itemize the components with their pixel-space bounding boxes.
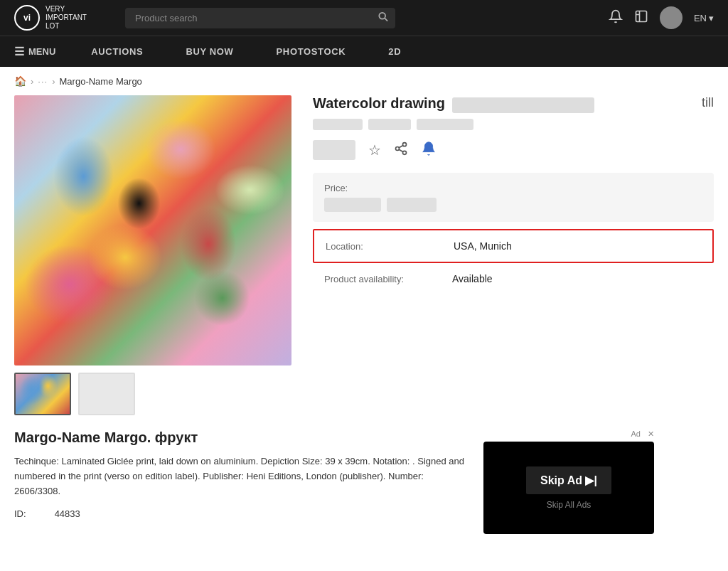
notification-icon[interactable]	[609, 9, 623, 27]
blur-meta-1	[313, 119, 363, 130]
logo-text: VERYIMPORTANTLOT	[46, 5, 87, 31]
svg-point-0	[379, 13, 385, 19]
menu-bar: ☰ MENU AUCTIONS BUY NOW PHOTOSTOCK 2D	[0, 36, 728, 67]
location-label: Location:	[326, 241, 454, 252]
svg-line-6	[399, 149, 403, 151]
language-selector[interactable]: EN ▾	[694, 13, 714, 23]
image-section	[14, 95, 291, 415]
title-blurred-1	[452, 97, 594, 113]
menu-item-photostock[interactable]: PHOTOSTOCK	[255, 36, 368, 67]
product-title-area: Watercolor drawing	[313, 95, 594, 113]
blur-action	[313, 140, 355, 160]
title-till: till	[702, 95, 714, 110]
description-text: Techinque: Laminated Giclée print, laid …	[14, 454, 469, 498]
svg-line-1	[385, 18, 387, 21]
skip-all-ads[interactable]: Skip All Ads	[547, 500, 592, 510]
product-title-row: Watercolor drawing till	[313, 95, 714, 113]
breadcrumb-separator-1: ›	[31, 76, 33, 87]
blur-meta-2	[368, 119, 411, 130]
top-navigation: vi VERYIMPORTANTLOT EN ▾	[0, 0, 728, 36]
breadcrumb-home[interactable]: 🏠	[14, 75, 26, 87]
description-section: Margo-Name Margo. фрукт Techinque: Lamin…	[14, 429, 469, 519]
availability-row: Product availability: Available	[313, 263, 714, 294]
location-value: USA, Munich	[454, 240, 512, 252]
search-input[interactable]	[125, 8, 395, 28]
thumbnail-2[interactable]	[78, 373, 135, 415]
search-icon	[378, 12, 388, 22]
action-icons-row: ☆	[313, 140, 714, 160]
chevron-down-icon: ▾	[709, 13, 714, 23]
breadcrumb: 🏠 › ··· › Margo-Name Margo	[0, 67, 728, 95]
location-row: Location: USA, Munich	[313, 229, 714, 263]
search-button[interactable]	[378, 12, 388, 24]
blur-meta-3	[417, 119, 473, 130]
search-bar	[125, 8, 395, 28]
ad-close-icon[interactable]: ✕	[648, 429, 654, 439]
thumbnail-list	[14, 373, 291, 415]
availability-value: Available	[452, 273, 493, 284]
breadcrumb-current: Margo-Name Margo	[60, 76, 142, 87]
ad-label-row: Ad ✕	[483, 429, 654, 439]
logo-area[interactable]: vi VERYIMPORTANTLOT	[14, 5, 114, 31]
id-label: ID:	[14, 508, 26, 519]
id-value: 44833	[55, 508, 80, 519]
svg-point-5	[403, 151, 407, 154]
main-content: Watercolor drawing till ☆	[0, 95, 728, 429]
blurred-meta-row	[313, 119, 714, 130]
price-blur-1	[324, 198, 381, 212]
ad-label: Ad	[631, 429, 641, 439]
menu-item-buy-now[interactable]: BUY NOW	[164, 36, 255, 67]
hamburger-menu[interactable]: ☰ MENU	[14, 45, 70, 58]
star-icon[interactable]: ☆	[368, 142, 381, 159]
price-blur-2	[387, 198, 437, 212]
main-product-image[interactable]	[14, 95, 291, 365]
bell-icon[interactable]	[421, 141, 437, 160]
logo-circle: vi	[14, 5, 40, 31]
ad-box: Skip Ad ▶| Skip All Ads	[483, 442, 654, 534]
svg-rect-2	[636, 11, 646, 21]
nav-icons: EN ▾	[609, 6, 714, 29]
hamburger-icon: ☰	[14, 45, 24, 58]
breadcrumb-separator-2: ›	[52, 76, 55, 87]
availability-label: Product availability:	[324, 274, 452, 284]
price-label: Price:	[324, 183, 702, 193]
ad-container: Ad ✕ Skip Ad ▶| Skip All Ads	[483, 429, 654, 534]
svg-point-3	[403, 142, 407, 146]
description-id-row: ID: 44833	[14, 508, 469, 519]
svg-point-4	[396, 146, 400, 150]
avatar[interactable]	[660, 6, 682, 29]
description-title: Margo-Name Margo. фрукт	[14, 429, 469, 446]
menu-item-auctions[interactable]: AUCTIONS	[70, 36, 164, 67]
product-info: Watercolor drawing till ☆	[313, 95, 714, 415]
skip-ad-button[interactable]: Skip Ad ▶|	[526, 466, 611, 494]
breadcrumb-dots[interactable]: ···	[38, 76, 48, 87]
share-icon[interactable]	[394, 142, 408, 159]
bookmark-icon[interactable]	[634, 9, 648, 27]
price-blur-row	[324, 198, 702, 212]
svg-line-7	[399, 145, 403, 147]
thumbnail-1[interactable]	[14, 373, 71, 415]
price-section: Price:	[313, 173, 714, 222]
product-title: Watercolor drawing	[313, 95, 445, 111]
bottom-row: Margo-Name Margo. фрукт Techinque: Lamin…	[0, 429, 728, 534]
menu-item-2d[interactable]: 2D	[367, 36, 422, 67]
